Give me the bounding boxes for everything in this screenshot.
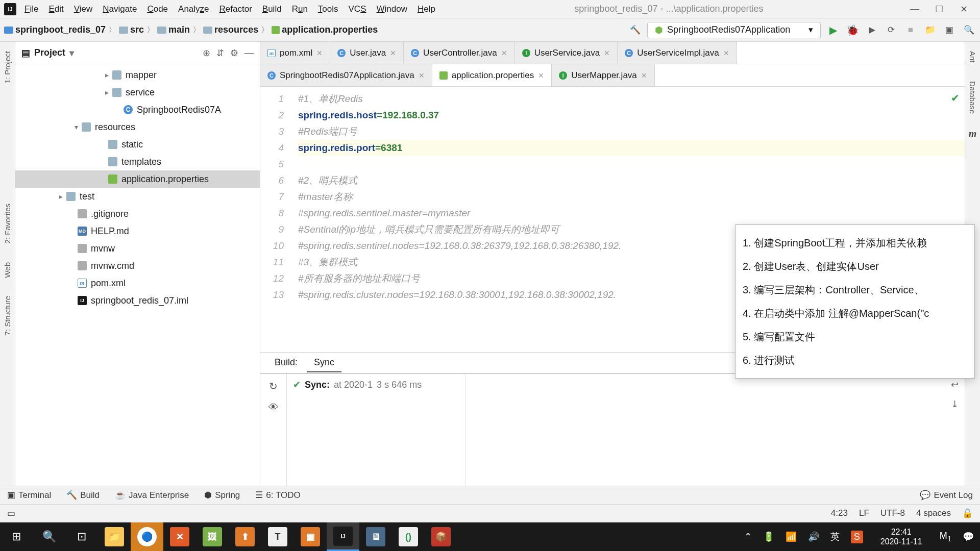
network-icon[interactable]: 📶 [786,531,797,542]
build-tree[interactable]: ✔ Sync: at 2020-1 3 s 646 ms [287,374,465,486]
close-tab-icon[interactable]: ✕ [641,71,647,80]
profile-button[interactable]: ⟳ [884,23,898,37]
bc-project[interactable]: springboot_redis_07 [4,24,106,35]
close-tab-icon[interactable]: ✕ [501,49,507,57]
tool-web[interactable]: Web [3,258,12,282]
close-tab-icon[interactable]: ✕ [419,71,425,80]
app6-button[interactable]: 🖥 [359,522,392,551]
tool-project[interactable]: 1: Project [3,47,12,87]
popup-item[interactable]: 4. 在启动类中添加 注解@MapperScan("c [743,302,967,325]
coverage-button[interactable]: ▶ [865,23,879,37]
app5-button[interactable]: ▣ [294,522,327,551]
locate-icon[interactable]: ⊕ [203,47,210,59]
popup-item[interactable]: 2. 创建User表、创建实体User [743,255,967,278]
tree-row[interactable]: ▾resources [15,118,260,136]
search-everywhere-icon[interactable]: 🔍 [962,23,976,37]
tray-chevron-icon[interactable]: ⌃ [744,531,752,542]
tree-row[interactable]: static [15,136,260,153]
run-button[interactable]: ▶ [826,23,840,37]
editor-tab[interactable]: IUserService.java✕ [515,42,618,64]
mail-tray-icon[interactable]: M1 [940,531,951,543]
chrome-button[interactable]: 🔵 [131,522,163,551]
scroll-end-icon[interactable]: ⤓ [951,398,959,410]
tool-structure[interactable]: 7: Structure [3,292,12,340]
volume-icon[interactable]: 🔊 [808,531,819,542]
run-anything-button[interactable]: ▣ [942,23,957,37]
tool-ant[interactable]: Ant [968,47,977,67]
collapse-icon[interactable]: ⇵ [216,47,224,59]
todo-tool[interactable]: ☰6: TODO [255,490,300,500]
app3-button[interactable]: ⬆ [229,522,261,551]
menu-run[interactable]: Run [288,2,312,16]
menu-vcs[interactable]: VCS [345,2,371,16]
caret-position[interactable]: 4:23 [831,508,848,519]
bc-main[interactable]: main [157,24,190,35]
menu-navigate[interactable]: Navigate [99,2,141,16]
close-tab-icon[interactable]: ✕ [723,49,729,57]
spring-tool[interactable]: ⬢Spring [204,490,240,500]
menu-build[interactable]: Build [258,2,286,16]
start-button[interactable]: ⊞ [0,522,33,551]
file-encoding[interactable]: UTF-8 [880,508,905,519]
readonly-lock-icon[interactable]: 🔓 [962,508,973,519]
indent-info[interactable]: 4 spaces [916,508,951,519]
tree-row[interactable]: CSpringbootRedis07A [15,101,260,118]
terminal-tool[interactable]: ▣Terminal [7,490,51,500]
app1-button[interactable]: ✕ [163,522,196,551]
explorer-button[interactable]: 📁 [98,522,131,551]
menu-refactor[interactable]: Refactor [215,2,256,16]
popup-item[interactable]: 6. 进行测试 [743,348,967,372]
menu-tools[interactable]: Tools [314,2,342,16]
menu-edit[interactable]: Edit [44,2,67,16]
sync-tab[interactable]: Sync [307,354,341,372]
menu-help[interactable]: Help [413,2,439,16]
tree-row[interactable]: ▸service [15,84,260,101]
clock[interactable]: 22:41 2020-11-11 [874,527,928,546]
chevron-down-icon[interactable]: ▾ [69,47,74,59]
editor-tab[interactable]: mpom.xml✕ [260,42,330,64]
editor-tab[interactable]: CUser.java✕ [330,42,404,64]
popup-item[interactable]: 1. 创建SpringBoot工程，并添加相关依赖 [743,231,967,255]
maximize-button[interactable]: ☐ [934,4,944,14]
tree-row[interactable]: ▸mapper [15,66,260,84]
close-button[interactable]: ✕ [959,4,969,14]
notifications-icon[interactable]: 💬 [963,531,974,542]
editor-tab[interactable]: IUserMapper.java✕ [552,64,655,86]
minimize-button[interactable]: — [910,4,920,14]
tree-row[interactable]: ▸test [15,188,260,205]
tree-row[interactable]: MDHELP.md [15,222,260,240]
build-output[interactable] [465,374,944,486]
inspection-ok-icon[interactable]: ✔ [951,90,960,106]
editor-tab[interactable]: CSpringbootRedis07Application.java✕ [260,64,432,86]
build-project-icon[interactable]: 🔨 [628,23,642,37]
close-tab-icon[interactable]: ✕ [390,49,396,57]
bc-src[interactable]: src [119,24,144,35]
soft-wrap-icon[interactable]: ↩ [951,379,959,390]
search-button[interactable]: 🔍 [33,522,65,551]
menu-view[interactable]: View [70,2,97,16]
tree-row[interactable]: mpom.xml [15,274,260,292]
app7-button[interactable]: () [392,522,425,551]
app4-button[interactable]: T [261,522,294,551]
javaee-tool[interactable]: ☕Java Enterprise [115,490,189,500]
editor-tab[interactable]: application.properties✕ [432,64,552,86]
run-config-select[interactable]: ⬢ SpringbootRedis07Application ▾ [647,22,821,38]
popup-item[interactable]: 3. 编写三层架构：Controller、Service、 [743,278,967,302]
build-tool[interactable]: 🔨Build [66,490,100,500]
filter-icon[interactable]: 👁 [268,402,279,413]
rerun-icon[interactable]: ↻ [269,380,278,392]
tree-row[interactable]: .gitignore [15,205,260,222]
menu-code[interactable]: Code [143,2,172,16]
project-tree[interactable]: ▸mapper▸serviceCSpringbootRedis07A▾resou… [15,64,260,486]
ime-indicator[interactable]: 英 [830,531,840,543]
line-separator[interactable]: LF [859,508,869,519]
tree-row[interactable]: IJspringboot_redis_07.iml [15,292,260,309]
editor-tab[interactable]: CUserController.java✕ [404,42,515,64]
completion-popup[interactable]: 1. 创建SpringBoot工程，并添加相关依赖2. 创建User表、创建实体… [735,224,975,379]
tree-row[interactable]: mvnw [15,240,260,257]
app2-button[interactable]: 🖼 [196,522,229,551]
battery-icon[interactable]: 🔋 [763,531,774,542]
bc-file[interactable]: application.properties [272,24,378,35]
hide-icon[interactable]: — [244,47,254,59]
maven-icon[interactable]: m [969,128,977,140]
